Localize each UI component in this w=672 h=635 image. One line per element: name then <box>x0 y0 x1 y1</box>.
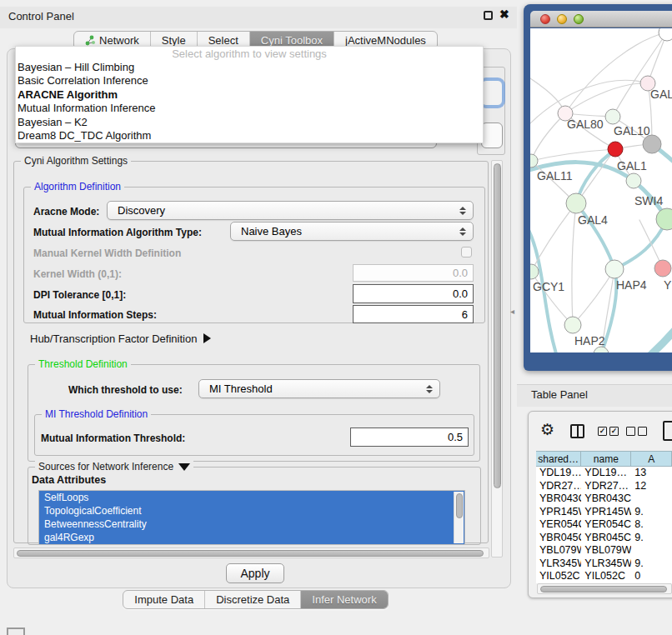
table-column-header[interactable]: name <box>581 452 631 466</box>
bottom-tab-impute-data[interactable]: Impute Data <box>123 591 205 608</box>
manual-kernel-checkbox[interactable] <box>461 247 472 258</box>
network-node[interactable] <box>605 109 620 124</box>
settings-vertical-scrollbar[interactable] <box>491 160 503 558</box>
apply-button[interactable]: Apply <box>226 563 284 583</box>
bottom-tab-bar: Impute DataDiscretize DataInfer Network <box>0 590 511 609</box>
algorithm-definition-title: Algorithm Definition <box>31 181 124 192</box>
table-row[interactable]: YPR145WYPR145W9. <box>536 506 672 519</box>
zoom-window-icon[interactable] <box>574 14 584 24</box>
hub-section-toggle[interactable]: Hub/Transcription Factor Definition <box>30 332 211 345</box>
network-edge[interactable] <box>565 83 648 113</box>
table-column-header[interactable]: shared… <box>536 452 581 466</box>
minimize-window-icon[interactable] <box>557 14 567 24</box>
close-window-icon[interactable] <box>540 14 550 24</box>
network-node[interactable] <box>643 135 661 153</box>
settings-horizontal-scrollbar[interactable] <box>13 548 489 558</box>
bottom-tab-discretize-data[interactable]: Discretize Data <box>205 591 301 608</box>
select-all-columns-icon[interactable]: ✓✓ <box>598 427 619 436</box>
algorithm-option[interactable]: ARACNE Algorithm <box>16 88 483 102</box>
node-label: GAL <box>650 88 672 101</box>
network-node[interactable] <box>605 260 624 278</box>
which-threshold-select[interactable]: MI Threshold <box>198 379 440 398</box>
mi-type-value: Naive Bayes <box>231 225 459 238</box>
aracne-mode-select[interactable]: Discovery <box>107 201 474 220</box>
table-cell: 9. <box>631 532 672 545</box>
threshold-definition-title: Threshold Definition <box>35 358 131 370</box>
float-panel-icon[interactable] <box>484 11 493 20</box>
network-node[interactable] <box>530 264 539 279</box>
table-cell: 13 <box>631 467 672 480</box>
tab-label: Select <box>208 34 238 47</box>
table-cell: YBL079W <box>581 544 631 558</box>
algorithm-option[interactable]: Bayesian – K2 <box>16 116 483 129</box>
export-table-icon[interactable] <box>663 421 672 441</box>
mi-type-select[interactable]: Naive Bayes <box>230 222 474 241</box>
dpi-tolerance-input[interactable] <box>353 284 474 303</box>
table-row[interactable]: YBR043CYBR043C <box>536 492 672 506</box>
sources-title[interactable]: Sources for Network Inference <box>35 461 193 472</box>
data-attribute-item[interactable]: gal4RGexp <box>39 531 464 544</box>
table-row[interactable]: YBL079WYBL079W <box>536 544 672 558</box>
mi-steps-input[interactable] <box>353 305 474 323</box>
show-columns-icon[interactable] <box>570 424 584 438</box>
network-edge[interactable] <box>572 203 576 325</box>
table-cell: YLR345W <box>581 558 631 571</box>
table-row[interactable]: YLR345WYLR345W9. <box>536 558 672 571</box>
network-node[interactable] <box>659 28 672 41</box>
network-edge[interactable] <box>573 269 614 325</box>
node-label: GCY1 <box>533 280 564 293</box>
table-row[interactable]: YBR045CYBR045C9. <box>536 532 672 545</box>
unselect-all-columns-icon[interactable] <box>626 427 647 436</box>
algorithm-option[interactable]: Basic Correlation Inference <box>16 74 483 88</box>
table-row[interactable]: YDL19…YDL19…13 <box>536 467 672 480</box>
network-window-titlebar[interactable] <box>530 11 672 28</box>
network-edge[interactable] <box>613 32 667 117</box>
split-pane-arrow-icon[interactable]: ◂ <box>510 307 514 316</box>
network-node[interactable] <box>594 347 609 352</box>
table-horizontal-scrollbar[interactable] <box>537 583 672 594</box>
network-node[interactable] <box>564 317 581 333</box>
control-panel-titlebar <box>0 7 517 28</box>
mi-threshold-input[interactable] <box>350 428 469 447</box>
network-canvas[interactable]: GALGAL80GAL10GAL1GAL11SWI4GAL4GCY1HAP4YH… <box>530 28 672 352</box>
data-attributes-list[interactable]: SelfLoopsTopologicalCoefficientBetweenne… <box>38 490 465 545</box>
algorithm-option[interactable]: Bayesian – Hill Climbing <box>16 61 483 74</box>
bottom-tab-infer-network[interactable]: Infer Network <box>301 591 387 608</box>
aracne-mode-label: Aracne Mode: <box>33 206 99 218</box>
table-row[interactable]: YER054CYER054C8. <box>536 518 672 532</box>
table-cell: 0 <box>631 570 672 583</box>
data-attribute-item[interactable]: SelfLoops <box>39 491 464 504</box>
data-attribute-item[interactable]: TopologicalCoefficient <box>39 504 464 518</box>
tab-label: Infer Network <box>312 593 376 606</box>
algorithm-option[interactable]: Mutual Information Inference <box>16 102 483 115</box>
table-column-header[interactable]: A <box>631 452 672 466</box>
table-cell: YIL052C <box>581 570 631 583</box>
algorithm-combo-focus-fragment[interactable] <box>481 80 503 106</box>
kernel-width-input[interactable] <box>353 264 474 282</box>
algorithm-option[interactable]: Dream8 DC_TDC Algorithm <box>16 129 483 142</box>
node-label: GAL4 <box>578 213 608 227</box>
node-label: HAP2 <box>574 334 605 348</box>
node-label: GAL1 <box>617 159 647 172</box>
table-cell: YDR27… <box>536 480 581 493</box>
network-edge[interactable] <box>531 113 565 161</box>
manual-kernel-label: Manual Kernel Width Definition <box>33 248 181 259</box>
attributes-list-scrollbar[interactable] <box>454 492 464 543</box>
network-edge[interactable] <box>610 322 672 352</box>
table-row[interactable]: YDR27…YDR27…12 <box>536 480 672 493</box>
network-node[interactable] <box>626 173 641 188</box>
algorithm-dropdown-placeholder[interactable]: Select algorithm to view settings <box>16 47 483 61</box>
dock-panel-icon[interactable] <box>7 628 25 635</box>
network-node[interactable] <box>656 208 672 230</box>
table-row[interactable]: YIL052CYIL052C0 <box>536 570 672 583</box>
gear-icon[interactable]: ⚙ <box>540 422 554 438</box>
network-node[interactable] <box>566 193 586 213</box>
which-threshold-value: MI Threshold <box>199 382 425 395</box>
spinner-arrows-icon <box>459 228 466 236</box>
network-node[interactable] <box>608 142 623 157</box>
data-attribute-item[interactable]: BetweennessCentrality <box>39 518 464 531</box>
combo-fragment[interactable] <box>481 122 503 148</box>
tab-label: Network <box>99 34 139 47</box>
network-node[interactable] <box>654 260 671 277</box>
close-panel-icon[interactable]: ✖ <box>499 8 509 21</box>
